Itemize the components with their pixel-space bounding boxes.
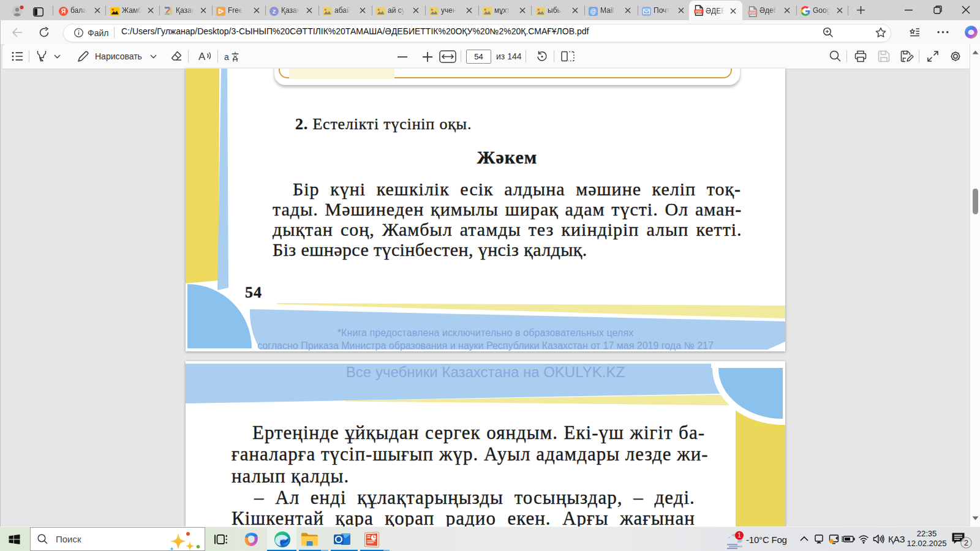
svg-text:2: 2 [964, 539, 968, 547]
svg-text:Z: Z [273, 9, 276, 15]
svg-text:а: а [224, 52, 229, 62]
svg-text:@: @ [590, 8, 597, 15]
svg-text:A: A [198, 51, 206, 62]
svg-text:PDF: PDF [750, 11, 756, 15]
svg-text:Я: Я [61, 8, 66, 15]
svg-text:1: 1 [737, 532, 741, 539]
svg-text:PDF: PDF [696, 10, 703, 13]
